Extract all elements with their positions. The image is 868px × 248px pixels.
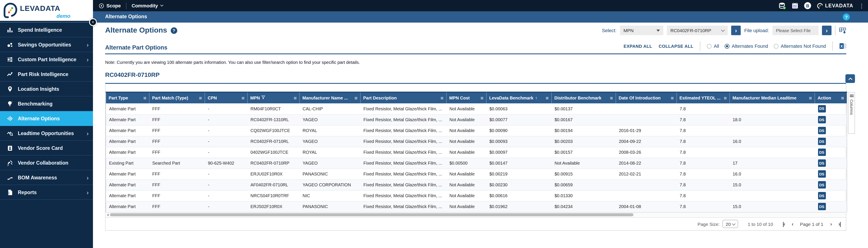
column-menu-icon[interactable]: ≡ bbox=[354, 95, 358, 101]
column-label: Distributor Benchmark bbox=[554, 96, 601, 100]
column-header-date-of-introduction[interactable]: Date Of Introduction≡ bbox=[616, 92, 677, 103]
part-number-dropdown[interactable]: RC0402FR-0710RP bbox=[667, 26, 728, 35]
cell-distributor[interactable]: $0.00915 bbox=[552, 168, 616, 179]
column-menu-icon[interactable]: ≡ bbox=[242, 95, 245, 101]
title-help-icon[interactable]: ? bbox=[170, 27, 177, 34]
sidebar-item-savings-opportunities[interactable]: Savings Opportunities› bbox=[0, 37, 93, 52]
column-menu-icon[interactable]: ≡ bbox=[671, 95, 674, 101]
ds-button[interactable]: DS bbox=[818, 127, 826, 134]
calendar-icon[interactable] bbox=[792, 2, 799, 9]
ds-button[interactable]: DS bbox=[818, 149, 826, 156]
column-menu-icon[interactable]: ≡ bbox=[809, 95, 812, 101]
cell-date_intro bbox=[616, 103, 677, 114]
column-header-manufacturer-median-leadtime[interactable]: Manufacturer Median Leadtime≡ bbox=[730, 92, 815, 103]
database-status-icon[interactable] bbox=[778, 2, 786, 9]
file-upload-button[interactable]: › bbox=[822, 26, 832, 35]
sidebar-item-vendor-score-card[interactable]: Vendor Score Card bbox=[0, 141, 93, 155]
ds-button[interactable]: DS bbox=[818, 159, 826, 167]
horizontal-scrollbar[interactable] bbox=[106, 212, 845, 217]
ds-button[interactable]: DS bbox=[818, 181, 826, 188]
cell-mpn_cost: Not Available bbox=[446, 114, 486, 125]
sidebar-item-part-risk-intelligence[interactable]: Part Risk Intelligence bbox=[0, 67, 93, 82]
column-header-part-description[interactable]: Part Description≡ bbox=[360, 92, 446, 103]
scroll-left-icon[interactable] bbox=[107, 214, 108, 216]
logo-box: LEVADATA demo bbox=[0, 0, 93, 22]
collapse-all-button[interactable]: COLLAPSE ALL bbox=[659, 44, 693, 49]
file-upload-input[interactable]: Please Select File bbox=[772, 26, 818, 35]
cell-distributor[interactable]: $0.00659 bbox=[552, 179, 616, 190]
column-header-part-type[interactable]: Part Type≡ bbox=[106, 92, 149, 103]
column-header-part-match-type[interactable]: Part Match (Type)≡ bbox=[149, 92, 205, 103]
sidebar-item-bom-awareness[interactable]: BOM Awareness› bbox=[0, 170, 93, 185]
sidebar-item-spend-intelligence[interactable]: Spend Intelligence bbox=[0, 23, 93, 37]
columns-tab[interactable]: Columns bbox=[848, 92, 855, 134]
page-size-select[interactable]: 20 bbox=[723, 220, 738, 228]
radio-alternates-not-found[interactable]: Alternates Not Found bbox=[774, 43, 826, 49]
column-menu-icon[interactable]: ≡ bbox=[294, 95, 297, 101]
scope-button[interactable]: Scope bbox=[99, 3, 121, 8]
part-search-button[interactable]: › bbox=[731, 26, 741, 35]
user-avatar[interactable]: B bbox=[804, 2, 811, 9]
levadata-logo-icon bbox=[3, 3, 18, 18]
prev-page-button[interactable]: ‹ bbox=[792, 221, 793, 226]
sidebar-collapse-button[interactable]: ‹ bbox=[89, 18, 97, 26]
ds-button[interactable]: DS bbox=[818, 170, 826, 178]
column-header-mpn-cost[interactable]: MPN Cost≡ bbox=[446, 92, 486, 103]
cell-distributor[interactable]: $0.00167 bbox=[552, 114, 616, 125]
column-menu-icon[interactable]: ≡ bbox=[610, 95, 613, 101]
sidebar-item-leadtime-opportunities[interactable]: Leadtime Opportunities› bbox=[0, 126, 93, 141]
column-menu-icon[interactable]: ≡ bbox=[841, 95, 844, 101]
ds-button[interactable]: DS bbox=[818, 203, 826, 210]
radio-all[interactable]: All bbox=[707, 43, 719, 49]
next-page-button[interactable]: › bbox=[830, 221, 832, 226]
column-header-action[interactable]: Action≡ bbox=[815, 92, 847, 103]
column-header-estimated-yteol[interactable]: Estimated YTEOL ...≡ bbox=[677, 92, 730, 103]
sidebar-item-reports[interactable]: Reports› bbox=[0, 185, 93, 200]
cell-part_type: Alternate Part bbox=[106, 103, 149, 114]
column-header-cpn[interactable]: CPN≡ bbox=[205, 92, 247, 103]
column-menu-icon[interactable]: ≡ bbox=[724, 95, 727, 101]
radio-alternates-found[interactable]: Alternates Found bbox=[725, 43, 768, 49]
sidebar-item-custom-part-intelligence[interactable]: Custom Part Intelligence› bbox=[0, 52, 93, 67]
sidebar-item-alternate-options[interactable]: Alternate Options bbox=[0, 111, 93, 126]
column-menu-icon[interactable]: ≡ bbox=[480, 95, 484, 101]
first-page-button[interactable]: |‹ bbox=[783, 221, 785, 226]
ds-button[interactable]: DS bbox=[818, 105, 826, 113]
excel-export-button[interactable]: X bbox=[839, 42, 846, 50]
kebab-menu-icon[interactable]: ⋮ bbox=[859, 3, 865, 8]
panel-collapse-button[interactable] bbox=[845, 74, 855, 83]
expand-all-button[interactable]: EXPAND ALL bbox=[624, 44, 652, 49]
cell-distributor[interactable]: $0.00194 bbox=[552, 125, 616, 136]
commodity-dropdown[interactable]: Commodity bbox=[132, 3, 163, 8]
help-button[interactable]: ? bbox=[843, 13, 850, 21]
filter-funnel-icon[interactable] bbox=[261, 96, 265, 100]
column-header-mpn[interactable]: MPN≡ bbox=[247, 92, 300, 103]
column-menu-icon[interactable]: ≡ bbox=[440, 95, 443, 101]
cell-yteol: 7.8 bbox=[677, 147, 730, 158]
column-menu-icon[interactable]: ≡ bbox=[546, 95, 549, 101]
export-grid-button[interactable] bbox=[839, 27, 846, 34]
chevron-right-icon: › bbox=[87, 41, 89, 48]
column-menu-icon[interactable]: ≡ bbox=[143, 95, 146, 101]
cell-distributor[interactable]: $0.00203 bbox=[552, 136, 616, 147]
column-menu-icon[interactable]: ≡ bbox=[199, 95, 202, 101]
sidebar-item-vendor-collaboration[interactable]: Vendor Collaboration bbox=[0, 155, 93, 170]
last-page-button[interactable]: ›| bbox=[838, 221, 841, 226]
column-header-distributor-benchmark[interactable]: Distributor Benchmark≡ bbox=[552, 92, 616, 103]
cell-distributor[interactable]: $0.01330 bbox=[552, 190, 616, 201]
column-header-manufacturer-name[interactable]: Manufacturer Name ...≡ bbox=[300, 92, 360, 103]
ds-button[interactable]: DS bbox=[818, 138, 826, 145]
sidebar-item-benchmarking[interactable]: Benchmarking bbox=[0, 96, 93, 111]
cell-manufacturer: YAGEO CORPORATION bbox=[300, 179, 360, 190]
column-header-levadata-benchmark[interactable]: LevaData Benchmark↑≡ bbox=[486, 92, 552, 103]
ds-button[interactable]: DS bbox=[818, 116, 826, 123]
cell-distributor[interactable]: $0.00137 bbox=[552, 103, 616, 114]
cell-distributor[interactable]: $0.04234 bbox=[552, 201, 616, 212]
cell-mpn_cost: Not Available bbox=[446, 168, 486, 179]
ds-button[interactable]: DS bbox=[818, 192, 826, 199]
scrollbar-thumb[interactable] bbox=[110, 213, 633, 216]
select-type-dropdown[interactable]: MPN bbox=[620, 26, 663, 35]
sidebar-item-location-insights[interactable]: Location Insights bbox=[0, 82, 93, 96]
cell-cpn: - bbox=[205, 125, 247, 136]
cell-distributor[interactable]: $0.00157 bbox=[552, 147, 616, 158]
